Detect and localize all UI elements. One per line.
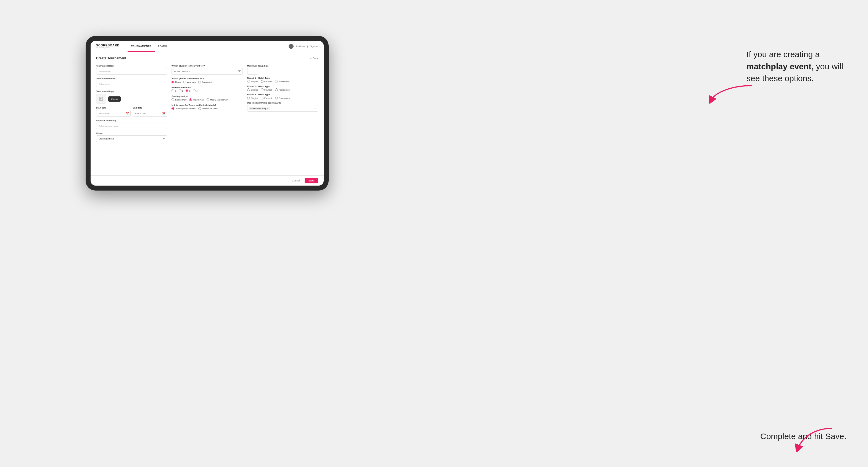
division-select[interactable]: NCAA Division I — [172, 68, 243, 74]
annotation-right: If you are creating a matchplay event, y… — [746, 48, 851, 85]
individuals-option[interactable]: Individuals Only — [198, 107, 217, 110]
cancel-button[interactable]: Cancel — [289, 178, 302, 183]
r2-fourball[interactable]: Fourball — [261, 88, 272, 91]
round-3[interactable]: 3 — [186, 90, 190, 92]
end-date-group: End date 📅 — [133, 106, 167, 117]
calendar-icon: 📅 — [126, 112, 129, 115]
gender-radio-group: Mens Womens Combined — [172, 81, 243, 84]
scoring-stroke[interactable]: Stroke Play — [172, 98, 186, 101]
scoring-match[interactable]: Match Play — [189, 98, 204, 101]
sponsor-input[interactable] — [96, 123, 167, 129]
r2-singles[interactable]: Singles — [247, 88, 258, 91]
api-dropdown-icon: ▼ — [314, 107, 316, 110]
brand-subtitle: Powered by clippit — [96, 47, 119, 49]
navbar: SCOREBOARD Powered by clippit TOURNAMENT… — [91, 41, 324, 52]
scoring-label: Scoring system — [172, 95, 243, 97]
end-date-label: End date — [133, 106, 167, 109]
tournament-name-group: Tournament name — [96, 77, 167, 87]
rounds-group: Number of rounds 1 2 — [172, 86, 243, 92]
round1-options: Singles Fourball Foursomes — [247, 80, 318, 83]
calendar-icon-2: 📅 — [162, 112, 165, 115]
division-label: Which division is the event for? — [172, 65, 243, 67]
gender-womens[interactable]: Womens — [183, 81, 195, 84]
gender-combined[interactable]: Combined — [198, 81, 212, 84]
teams-option[interactable]: Teams (+Individuals) — [172, 107, 195, 110]
svg-point-1 — [100, 98, 101, 99]
nav-links: TOURNAMENTS TEAMS — [128, 41, 288, 52]
main-content: Create Tournament ← Back Tournament Host… — [91, 52, 324, 175]
save-button[interactable]: Save — [305, 178, 318, 183]
date-row: Start date 📅 End date — [96, 106, 167, 117]
gender-label: Which gender is the event for? — [172, 77, 243, 80]
tournament-host-label: Tournament Host — [96, 65, 167, 67]
rounds-radio-group: 1 2 3 — [172, 90, 243, 92]
r1-singles[interactable]: Singles — [247, 80, 258, 83]
tournament-name-input[interactable] — [96, 81, 167, 87]
sign-out-link[interactable]: Sign out — [310, 45, 318, 48]
tablet-frame: SCOREBOARD Powered by clippit TOURNAMENT… — [86, 36, 329, 191]
round2-label: Round 2 - Match Type — [247, 85, 318, 88]
form-container: Create Tournament ← Back Tournament Host… — [91, 52, 324, 146]
back-link[interactable]: ← Back — [309, 57, 318, 60]
tournament-name-label: Tournament name — [96, 77, 167, 80]
r2-foursomes[interactable]: Foursomes — [275, 88, 290, 91]
rounds-label: Number of rounds — [172, 86, 243, 89]
tablet-screen: SCOREBOARD Powered by clippit TOURNAMENT… — [91, 41, 324, 186]
nav-teams[interactable]: TEAMS — [155, 41, 170, 52]
round-2[interactable]: 2 — [179, 90, 183, 92]
sponsor-group: Sponsor (optional) — [96, 119, 167, 129]
col1-section: Tournament Host Tournament name Tourname… — [96, 65, 167, 142]
r3-fourball[interactable]: Fourball — [261, 97, 272, 99]
round3-match-type: Round 3 - Match Type Singles Fourball — [247, 93, 318, 99]
sponsor-label: Sponsor (optional) — [96, 119, 167, 122]
venue-select[interactable]: Search golf club — [96, 135, 167, 142]
teams-radio-group: Teams (+Individuals) Individuals Only — [172, 107, 243, 110]
r1-fourball[interactable]: Fourball — [261, 80, 272, 83]
round-4[interactable]: 4 — [193, 90, 197, 92]
dates-group: Start date 📅 End date — [96, 106, 167, 117]
tournament-logo-group: Tournament logo Upload — [96, 90, 167, 104]
upload-button[interactable]: Upload — [108, 96, 121, 102]
tournament-logo-label: Tournament logo — [96, 90, 167, 93]
user-name: Test User — [296, 45, 305, 48]
teams-group: Is this event for Teams and/or Individua… — [172, 104, 243, 110]
gender-group: Which gender is the event for? Mens Wome… — [172, 77, 243, 84]
r3-foursomes[interactable]: Foursomes — [275, 97, 290, 99]
start-date-group: Start date 📅 — [96, 106, 131, 117]
api-label: Use third-party live scoring API? — [247, 102, 318, 104]
page-title: Create Tournament — [96, 56, 126, 60]
r1-foursomes[interactable]: Foursomes — [275, 80, 290, 83]
venue-group: Venue Search golf club — [96, 132, 167, 142]
nav-divider: | — [307, 45, 308, 48]
api-value: Leaderboard King — [250, 107, 266, 110]
r3-singles[interactable]: Singles — [247, 97, 258, 99]
col3-section: Maximum Team Size Round 1 - Match Type S… — [247, 65, 318, 142]
tournament-host-group: Tournament Host — [96, 65, 167, 74]
max-team-size-input[interactable] — [247, 68, 258, 74]
avatar — [288, 44, 293, 49]
nav-tournaments[interactable]: TOURNAMENTS — [128, 41, 154, 52]
navbar-right: Test User | Sign out — [288, 44, 318, 49]
venue-label: Venue — [96, 132, 167, 134]
api-tag: Leaderboard King ✕ — [249, 107, 270, 110]
start-date-wrapper: 📅 — [96, 110, 131, 117]
arrow-to-save — [795, 427, 834, 452]
api-select-wrapper[interactable]: Leaderboard King ✕ ▼ — [247, 105, 318, 112]
logo-upload-area: Upload — [96, 94, 167, 104]
scoring-medal[interactable]: Medal Match Play — [207, 98, 228, 101]
page-header: Create Tournament ← Back — [96, 56, 318, 60]
arrow-to-foursomes — [709, 82, 753, 103]
brand-title: SCOREBOARD — [96, 44, 119, 47]
gender-mens[interactable]: Mens — [172, 81, 181, 84]
form-footer: Cancel Save — [91, 175, 324, 186]
scoring-radio-group: Stroke Play Match Play Medal Match Play — [172, 98, 243, 101]
max-team-size-group: Maximum Team Size — [247, 65, 318, 74]
start-date-label: Start date — [96, 106, 131, 109]
api-tag-close[interactable]: ✕ — [267, 107, 269, 110]
annotation-text-1: If you are creating a — [746, 50, 820, 59]
end-date-wrapper: 📅 — [133, 110, 167, 117]
scoring-group: Scoring system Stroke Play Match Play — [172, 95, 243, 101]
round-1[interactable]: 1 — [172, 90, 176, 92]
tournament-host-input[interactable] — [96, 68, 167, 74]
api-group: Use third-party live scoring API? Leader… — [247, 102, 318, 112]
